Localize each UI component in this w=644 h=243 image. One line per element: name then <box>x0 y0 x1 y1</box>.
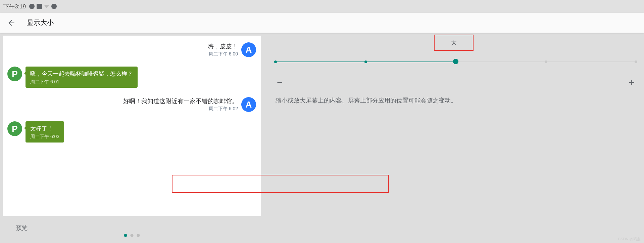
message-row-incoming: A 好啊！我知道这附近有一家不错的咖啡馆。 周二下午 6:02 <box>7 97 256 112</box>
page-dot[interactable] <box>130 234 133 237</box>
status-time: 下午3:19 <box>3 3 26 10</box>
page-root: 下午3:19 显示大小 A 嗨，皮皮！ 周二下午 6:00 <box>0 0 644 243</box>
back-arrow-icon <box>7 18 16 27</box>
back-button[interactable] <box>7 18 16 28</box>
increase-button[interactable]: + <box>629 77 635 88</box>
status-bar: 下午3:19 <box>0 0 644 13</box>
message-text: 嗨，今天一起去喝杯咖啡聚聚，怎么样？ <box>30 70 133 78</box>
page-title: 显示大小 <box>27 18 54 27</box>
message-text: 太棒了！ <box>30 125 59 132</box>
description-text: 缩小或放大屏幕上的内容。屏幕上部分应用的位置可能会随之变动。 <box>276 96 636 105</box>
wifi-icon <box>44 4 49 9</box>
page-dot[interactable] <box>124 234 127 237</box>
message-text: 嗨，皮皮！ <box>208 42 238 50</box>
slider-tick[interactable] <box>274 60 277 63</box>
app-bar: 显示大小 <box>0 13 644 33</box>
message-time: 周二下午 6:01 <box>30 79 133 85</box>
message-row-incoming: A 嗨，皮皮！ 周二下午 6:00 <box>7 42 256 57</box>
avatar-p: P <box>7 67 22 81</box>
message-time: 周二下午 6:02 <box>209 106 238 112</box>
avatar-a: A <box>241 97 256 112</box>
message-row-outgoing: P 太棒了！ 周二下午 6:03 <box>7 121 256 143</box>
message-row-outgoing: P 嗨，今天一起去喝杯咖啡聚聚，怎么样？ 周二下午 6:01 <box>7 67 256 88</box>
message-bubble: 嗨，今天一起去喝杯咖啡聚聚，怎么样？ 周二下午 6:01 <box>26 67 138 88</box>
controls-panel: 大 − + 缩小或放大屏幕上的内容。屏幕上部分应用的位置可能会随之变动。 <box>263 33 644 243</box>
message-time: 周二下午 6:03 <box>30 134 59 140</box>
avatar-a: A <box>241 42 256 57</box>
status-icon-1 <box>29 4 35 9</box>
slider-tick[interactable] <box>545 60 547 63</box>
page-dot[interactable] <box>137 234 140 237</box>
decrease-button[interactable]: − <box>277 77 283 88</box>
message-time: 周二下午 6:00 <box>209 51 238 57</box>
avatar-p: P <box>7 121 22 136</box>
display-size-slider[interactable] <box>276 58 636 65</box>
chat-preview: A 嗨，皮皮！ 周二下午 6:00 P 嗨，今天一起去喝杯咖啡聚聚，怎么样？ 周… <box>3 36 261 216</box>
slider-tick[interactable] <box>635 60 637 63</box>
status-icon-2 <box>37 4 42 9</box>
message-bubble: 太棒了！ 周二下午 6:03 <box>26 121 64 143</box>
preview-panel: A 嗨，皮皮！ 周二下午 6:00 P 嗨，今天一起去喝杯咖啡聚聚，怎么样？ 周… <box>0 33 263 243</box>
status-icon-3 <box>51 4 57 9</box>
preview-footer: 预览 <box>0 216 263 243</box>
watermark: CSDN @码点 <box>618 237 641 242</box>
preview-label: 预览 <box>16 224 28 232</box>
slider-tick[interactable] <box>364 60 367 63</box>
message-text: 好啊！我知道这附近有一家不错的咖啡馆。 <box>123 97 238 105</box>
current-size-label: 大 <box>434 35 474 51</box>
slider-knob[interactable] <box>453 59 458 64</box>
page-indicator[interactable] <box>124 234 140 237</box>
